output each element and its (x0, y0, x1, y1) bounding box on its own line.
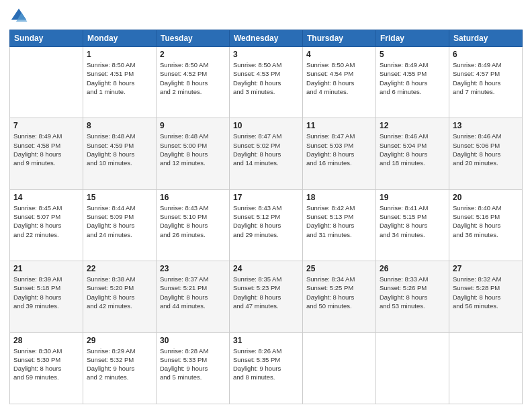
day-info: Sunrise: 8:47 AM Sunset: 5:02 PM Dayligh… (233, 132, 299, 167)
page: SundayMondayTuesdayWednesdayThursdayFrid… (0, 0, 532, 411)
day-number: 9 (160, 121, 226, 130)
day-number: 20 (453, 193, 519, 202)
day-number: 17 (233, 193, 299, 202)
week-row-3: 21Sunrise: 8:39 AM Sunset: 5:18 PM Dayli… (10, 261, 523, 332)
day-number: 14 (13, 193, 79, 202)
calendar-table: SundayMondayTuesdayWednesdayThursdayFrid… (9, 30, 523, 404)
logo (9, 7, 31, 26)
day-info: Sunrise: 8:28 AM Sunset: 5:33 PM Dayligh… (160, 347, 226, 382)
calendar-cell: 9Sunrise: 8:48 AM Sunset: 5:00 PM Daylig… (157, 118, 230, 189)
day-number: 28 (13, 336, 79, 345)
day-number: 11 (306, 121, 372, 130)
weekday-wednesday: Wednesday (230, 30, 303, 47)
calendar-cell: 30Sunrise: 8:28 AM Sunset: 5:33 PM Dayli… (157, 332, 230, 404)
day-number: 7 (13, 121, 79, 130)
calendar-cell: 3Sunrise: 8:50 AM Sunset: 4:53 PM Daylig… (230, 47, 303, 118)
week-row-2: 14Sunrise: 8:45 AM Sunset: 5:07 PM Dayli… (10, 189, 523, 261)
day-info: Sunrise: 8:43 AM Sunset: 5:10 PM Dayligh… (160, 203, 226, 239)
calendar-cell (376, 332, 449, 404)
day-number: 21 (13, 264, 79, 273)
calendar-cell: 19Sunrise: 8:41 AM Sunset: 5:15 PM Dayli… (376, 189, 449, 261)
calendar-cell: 27Sunrise: 8:32 AM Sunset: 5:28 PM Dayli… (449, 261, 523, 332)
day-info: Sunrise: 8:50 AM Sunset: 4:54 PM Dayligh… (306, 60, 372, 96)
calendar-cell: 24Sunrise: 8:35 AM Sunset: 5:23 PM Dayli… (230, 261, 303, 332)
calendar-cell: 14Sunrise: 8:45 AM Sunset: 5:07 PM Dayli… (10, 189, 83, 261)
calendar-cell: 2Sunrise: 8:50 AM Sunset: 4:52 PM Daylig… (157, 47, 230, 118)
day-number: 8 (87, 121, 152, 130)
day-info: Sunrise: 8:49 AM Sunset: 4:57 PM Dayligh… (453, 60, 519, 96)
day-number: 25 (306, 264, 372, 273)
day-info: Sunrise: 8:40 AM Sunset: 5:16 PM Dayligh… (453, 203, 519, 239)
calendar-cell: 6Sunrise: 8:49 AM Sunset: 4:57 PM Daylig… (449, 47, 523, 118)
day-info: Sunrise: 8:33 AM Sunset: 5:26 PM Dayligh… (380, 275, 445, 310)
calendar-cell (449, 332, 523, 404)
day-number: 5 (380, 50, 445, 59)
weekday-friday: Friday (376, 30, 449, 47)
day-number: 30 (160, 336, 226, 345)
day-number: 31 (233, 336, 299, 345)
day-info: Sunrise: 8:50 AM Sunset: 4:51 PM Dayligh… (87, 60, 152, 96)
day-info: Sunrise: 8:39 AM Sunset: 5:18 PM Dayligh… (13, 275, 79, 310)
day-info: Sunrise: 8:30 AM Sunset: 5:30 PM Dayligh… (13, 347, 79, 382)
day-number: 10 (233, 121, 299, 130)
day-number: 6 (453, 50, 519, 59)
calendar-cell: 20Sunrise: 8:40 AM Sunset: 5:16 PM Dayli… (449, 189, 523, 261)
day-number: 12 (380, 121, 445, 130)
day-info: Sunrise: 8:50 AM Sunset: 4:52 PM Dayligh… (160, 60, 226, 96)
calendar-cell: 8Sunrise: 8:48 AM Sunset: 4:59 PM Daylig… (83, 118, 157, 189)
day-number: 19 (380, 193, 445, 202)
day-number: 16 (160, 193, 226, 202)
day-info: Sunrise: 8:50 AM Sunset: 4:53 PM Dayligh… (233, 60, 299, 96)
calendar-cell: 29Sunrise: 8:29 AM Sunset: 5:32 PM Dayli… (83, 332, 157, 404)
day-number: 15 (87, 193, 152, 202)
day-number: 3 (233, 50, 299, 59)
weekday-thursday: Thursday (303, 30, 376, 47)
calendar-cell: 10Sunrise: 8:47 AM Sunset: 5:02 PM Dayli… (230, 118, 303, 189)
calendar-cell: 21Sunrise: 8:39 AM Sunset: 5:18 PM Dayli… (10, 261, 83, 332)
day-info: Sunrise: 8:26 AM Sunset: 5:35 PM Dayligh… (233, 347, 299, 382)
day-number: 24 (233, 264, 299, 273)
calendar-cell (303, 332, 376, 404)
day-number: 1 (87, 50, 152, 59)
day-info: Sunrise: 8:48 AM Sunset: 4:59 PM Dayligh… (87, 132, 152, 167)
day-info: Sunrise: 8:45 AM Sunset: 5:07 PM Dayligh… (13, 203, 79, 239)
day-info: Sunrise: 8:46 AM Sunset: 5:04 PM Dayligh… (380, 132, 445, 167)
weekday-monday: Monday (83, 30, 157, 47)
day-info: Sunrise: 8:49 AM Sunset: 4:58 PM Dayligh… (13, 132, 79, 167)
day-number: 13 (453, 121, 519, 130)
day-info: Sunrise: 8:47 AM Sunset: 5:03 PM Dayligh… (306, 132, 372, 167)
calendar-cell: 11Sunrise: 8:47 AM Sunset: 5:03 PM Dayli… (303, 118, 376, 189)
day-info: Sunrise: 8:29 AM Sunset: 5:32 PM Dayligh… (87, 347, 152, 382)
weekday-tuesday: Tuesday (157, 30, 230, 47)
day-number: 4 (306, 50, 372, 59)
day-info: Sunrise: 8:41 AM Sunset: 5:15 PM Dayligh… (380, 203, 445, 239)
calendar-cell (10, 47, 83, 118)
weekday-saturday: Saturday (449, 30, 523, 47)
day-info: Sunrise: 8:46 AM Sunset: 5:06 PM Dayligh… (453, 132, 519, 167)
calendar-cell: 28Sunrise: 8:30 AM Sunset: 5:30 PM Dayli… (10, 332, 83, 404)
weekday-sunday: Sunday (10, 30, 83, 47)
calendar-cell: 22Sunrise: 8:38 AM Sunset: 5:20 PM Dayli… (83, 261, 157, 332)
calendar-cell: 4Sunrise: 8:50 AM Sunset: 4:54 PM Daylig… (303, 47, 376, 118)
logo-icon (9, 7, 28, 26)
day-number: 26 (380, 264, 445, 273)
day-info: Sunrise: 8:38 AM Sunset: 5:20 PM Dayligh… (87, 275, 152, 310)
day-info: Sunrise: 8:43 AM Sunset: 5:12 PM Dayligh… (233, 203, 299, 239)
calendar-cell: 13Sunrise: 8:46 AM Sunset: 5:06 PM Dayli… (449, 118, 523, 189)
day-info: Sunrise: 8:42 AM Sunset: 5:13 PM Dayligh… (306, 203, 372, 239)
calendar-cell: 7Sunrise: 8:49 AM Sunset: 4:58 PM Daylig… (10, 118, 83, 189)
day-info: Sunrise: 8:48 AM Sunset: 5:00 PM Dayligh… (160, 132, 226, 167)
calendar-cell: 17Sunrise: 8:43 AM Sunset: 5:12 PM Dayli… (230, 189, 303, 261)
day-number: 18 (306, 193, 372, 202)
calendar-cell: 23Sunrise: 8:37 AM Sunset: 5:21 PM Dayli… (157, 261, 230, 332)
week-row-1: 7Sunrise: 8:49 AM Sunset: 4:58 PM Daylig… (10, 118, 523, 189)
calendar-cell: 5Sunrise: 8:49 AM Sunset: 4:55 PM Daylig… (376, 47, 449, 118)
calendar-cell: 18Sunrise: 8:42 AM Sunset: 5:13 PM Dayli… (303, 189, 376, 261)
day-info: Sunrise: 8:44 AM Sunset: 5:09 PM Dayligh… (87, 203, 152, 239)
day-number: 22 (87, 264, 152, 273)
calendar-cell: 25Sunrise: 8:34 AM Sunset: 5:25 PM Dayli… (303, 261, 376, 332)
day-info: Sunrise: 8:35 AM Sunset: 5:23 PM Dayligh… (233, 275, 299, 310)
week-row-4: 28Sunrise: 8:30 AM Sunset: 5:30 PM Dayli… (10, 332, 523, 404)
calendar-cell: 15Sunrise: 8:44 AM Sunset: 5:09 PM Dayli… (83, 189, 157, 261)
calendar-cell: 12Sunrise: 8:46 AM Sunset: 5:04 PM Dayli… (376, 118, 449, 189)
